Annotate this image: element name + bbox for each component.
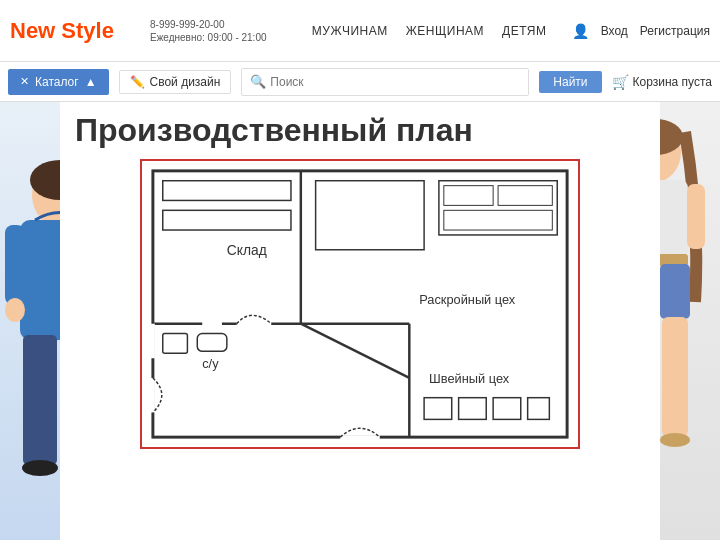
search-icon: 🔍 <box>250 74 266 89</box>
register-link[interactable]: Регистрация <box>640 24 710 38</box>
svg-text:Склад: Склад <box>227 243 267 258</box>
svg-rect-3 <box>5 225 25 305</box>
find-button[interactable]: Найти <box>539 71 601 93</box>
logo[interactable]: New Style <box>10 18 130 44</box>
header-phone: 8-999-999-20-00 Ежедневно: 09:00 - 21:00 <box>150 18 267 44</box>
floor-plan: Склад с/у Раскройный цех <box>140 159 580 449</box>
close-icon: ✕ <box>20 75 29 88</box>
svg-text:с/у: с/у <box>202 356 219 371</box>
subheader: ✕ Каталог ▲ ✏️ Свой дизайн 🔍 Найти 🛒 Кор… <box>0 62 720 102</box>
header: New Style 8-999-999-20-00 Ежедневно: 09:… <box>0 0 720 62</box>
svg-rect-20 <box>662 317 688 437</box>
design-icon: ✏️ <box>130 75 145 89</box>
nav-men[interactable]: МУЖЧИНАМ <box>312 24 388 38</box>
nav-kids[interactable]: ДЕТЯМ <box>502 24 546 38</box>
svg-point-5 <box>5 298 25 322</box>
search-area: 🔍 <box>241 68 529 96</box>
slide-area: Производственный план Склад <box>60 102 660 540</box>
svg-point-22 <box>660 433 690 447</box>
slide-title: Производственный план <box>75 112 645 149</box>
svg-rect-15 <box>687 184 705 249</box>
cart-icon: 🛒 <box>612 74 629 90</box>
svg-rect-7 <box>23 335 57 465</box>
svg-text:Раскройный цех: Раскройный цех <box>419 292 516 307</box>
login-link[interactable]: Вход <box>601 24 628 38</box>
chevron-up-icon: ▲ <box>85 75 97 89</box>
svg-text:Швейный цех: Швейный цех <box>429 371 510 386</box>
cart-button[interactable]: 🛒 Корзина пуста <box>612 74 712 90</box>
svg-point-9 <box>22 460 58 476</box>
search-input[interactable] <box>270 75 520 89</box>
catalog-button[interactable]: ✕ Каталог ▲ <box>8 69 109 95</box>
main-nav: МУЖЧИНАМ ЖЕНЩИНАМ ДЕТЯМ <box>287 24 572 38</box>
nav-women[interactable]: ЖЕНЩИНАМ <box>406 24 484 38</box>
design-button[interactable]: ✏️ Свой дизайн <box>119 70 232 94</box>
person-icon: 👤 <box>572 23 589 39</box>
svg-rect-18 <box>660 264 690 319</box>
main-content: Производственный план Склад <box>0 102 720 540</box>
header-right: 👤 Вход Регистрация <box>572 23 710 39</box>
